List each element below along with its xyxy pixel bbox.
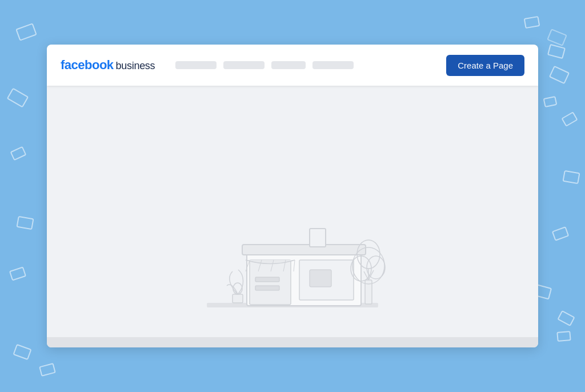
svg-point-19 bbox=[367, 256, 385, 279]
svg-rect-10 bbox=[255, 277, 279, 282]
nav-pills bbox=[175, 61, 354, 69]
svg-rect-14 bbox=[233, 294, 243, 303]
svg-rect-2 bbox=[242, 245, 366, 255]
nav-pill-1 bbox=[175, 61, 217, 69]
nav-pill-3 bbox=[271, 61, 306, 69]
bottom-strip bbox=[47, 337, 538, 347]
navbar: facebook business Create a Page bbox=[47, 45, 538, 86]
nav-pill-4 bbox=[312, 61, 354, 69]
store-illustration bbox=[195, 166, 390, 337]
logo: facebook business bbox=[61, 58, 155, 73]
logo-business-text: business bbox=[116, 60, 155, 72]
navbar-left: facebook business bbox=[61, 58, 354, 73]
main-card: facebook business Create a Page bbox=[47, 45, 538, 347]
svg-rect-3 bbox=[310, 229, 326, 247]
create-page-button[interactable]: Create a Page bbox=[446, 55, 524, 76]
content-area bbox=[47, 86, 538, 337]
svg-rect-13 bbox=[310, 270, 331, 287]
nav-pill-2 bbox=[223, 61, 265, 69]
svg-rect-11 bbox=[255, 286, 279, 290]
logo-facebook-text: facebook bbox=[61, 58, 114, 73]
svg-rect-4 bbox=[250, 260, 291, 305]
